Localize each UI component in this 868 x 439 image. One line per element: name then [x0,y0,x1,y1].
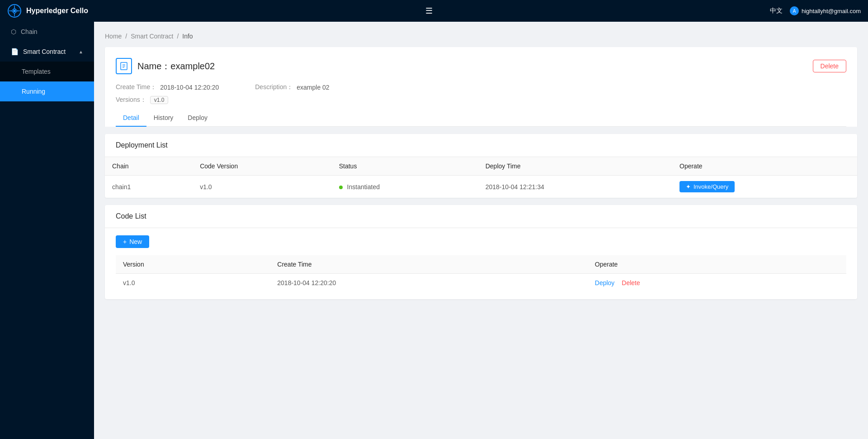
deployment-table-body: chain1 v1.0 Instantiated 2018-10-04 12:2… [105,176,857,198]
contract-title-row: Name：example02 Delete [116,58,846,74]
sidebar-item-chain[interactable]: ⬡ Chain [0,22,94,42]
smart-contract-group-left: 📄 Smart Contract [11,48,66,55]
sidebar-item-templates[interactable]: Templates [0,62,94,81]
sidebar-item-running[interactable]: Running [0,81,94,101]
meta-description: Description： example 02 [255,83,329,91]
status-label: Instantiated [347,183,380,191]
create-time-value: 2018-10-04 12:20:20 [160,84,219,91]
code-table-body: v1.0 2018-10-04 12:20:20 Deploy Delete [116,274,846,292]
deployment-table: Chain Code Version Status Deploy Time Op… [105,157,857,198]
status-dot [339,186,343,189]
chevron-up-icon: ▲ [79,49,83,54]
code-list-body: + New Version Create Time Operate [105,228,857,299]
code-list-card: Code List + New Version Create Time Oper… [105,205,857,299]
col-code-version: Code Version [193,157,332,176]
code-delete-link[interactable]: Delete [622,279,640,286]
invoke-query-label: Invoke/Query [693,183,728,190]
svg-point-1 [13,10,16,12]
description-label: Description： [255,83,293,91]
code-table-head: Version Create Time Operate [116,255,846,274]
col-create-time: Create Time [270,255,588,274]
top-header: Hyperledger Cello ☰ 中文 A hightallyht@gma… [0,0,868,22]
col-code-operate: Operate [588,255,846,274]
deployment-table-wrapper: Chain Code Version Status Deploy Time Op… [105,157,857,198]
deploy-link[interactable]: Deploy [595,279,615,286]
header-right: 中文 A hightallyht@gmail.com [770,6,861,15]
code-table-header-row: Version Create Time Operate [116,255,846,274]
row-chain: chain1 [105,176,193,198]
app-logo [7,4,22,18]
sidebar-templates-label: Templates [22,68,51,75]
breadcrumb-home[interactable]: Home [105,33,122,40]
version-tag[interactable]: v1.0 [150,96,169,104]
sidebar-running-label: Running [22,88,45,95]
deployment-list-title: Deployment List [105,134,857,157]
smart-contract-submenu: Templates Running [0,62,94,101]
new-btn-label: New [129,238,142,245]
breadcrumb-sep-2: / [177,33,179,40]
contract-name-prefix: Name： [137,61,170,71]
sidebar-chain-label: Chain [21,28,38,35]
meta-create-time: Create Time： 2018-10-04 12:20:20 [116,83,219,91]
user-info: A hightallyht@gmail.com [790,6,861,15]
col-deploy-time: Deploy Time [478,157,672,176]
tab-detail[interactable]: Detail [116,110,146,127]
breadcrumb-smart-contract[interactable]: Smart Contract [131,33,173,40]
sidebar-smart-contract-label: Smart Contract [23,48,66,55]
user-avatar-icon: A [790,6,799,15]
code-create-time: 2018-10-04 12:20:20 [270,274,588,292]
deployment-table-head: Chain Code Version Status Deploy Time Op… [105,157,857,176]
logo-area: Hyperledger Cello [7,4,88,18]
hamburger-icon[interactable]: ☰ [425,6,433,16]
sidebar: ⬡ Chain 📄 Smart Contract ▲ Templates Run… [0,22,94,439]
breadcrumb-current: Info [182,33,193,40]
breadcrumb-sep-1: / [125,33,127,40]
breadcrumb: Home / Smart Contract / Info [105,33,857,40]
deployment-list-card: Deployment List Chain Code Version Statu… [105,134,857,198]
code-table: Version Create Time Operate v1.0 2018-10… [116,255,846,292]
chain-icon: ⬡ [11,28,16,35]
versions-label: Versions： [116,96,146,104]
contract-title-left: Name：example02 [116,58,215,74]
user-email: hightallyht@gmail.com [802,8,861,14]
tabs-bar: Detail History Deploy [116,110,846,127]
main-content: Home / Smart Contract / Info [94,22,868,439]
col-operate: Operate [672,157,857,176]
deployment-table-header-row: Chain Code Version Status Deploy Time Op… [105,157,857,176]
create-time-label: Create Time： [116,83,156,91]
contract-name: Name：example02 [137,60,215,72]
meta-versions: Versions： v1.0 [116,96,219,104]
row-code-version: v1.0 [193,176,332,198]
row-operate: ✦ Invoke/Query [672,176,857,198]
col-chain: Chain [105,157,193,176]
meta-left: Create Time： 2018-10-04 12:20:20 Version… [116,83,219,104]
invoke-icon: ✦ [686,183,691,190]
row-status: Instantiated [332,176,478,198]
lang-switch[interactable]: 中文 [770,7,783,15]
app-title: Hyperledger Cello [26,7,88,15]
row-deploy-time: 2018-10-04 12:21:34 [478,176,672,198]
contract-meta: Create Time： 2018-10-04 12:20:20 Version… [116,83,846,104]
table-row: v1.0 2018-10-04 12:20:20 Deploy Delete [116,274,846,292]
contract-info-header: Name：example02 Delete Create Time： 2018-… [105,47,857,127]
tab-deploy[interactable]: Deploy [180,110,215,127]
code-operate: Deploy Delete [588,274,846,292]
smart-contract-icon: 📄 [11,48,19,55]
invoke-query-button[interactable]: ✦ Invoke/Query [679,181,735,192]
contract-name-value: example02 [170,61,215,71]
col-status: Status [332,157,478,176]
meta-right: Description： example 02 [255,83,329,104]
tab-history[interactable]: History [146,110,181,127]
contract-icon [116,58,132,74]
new-code-button[interactable]: + New [116,235,149,248]
sidebar-smart-contract-group[interactable]: 📄 Smart Contract ▲ [0,42,94,62]
main-layout: ⬡ Chain 📄 Smart Contract ▲ Templates Run… [0,22,868,439]
table-row: chain1 v1.0 Instantiated 2018-10-04 12:2… [105,176,857,198]
plus-icon: + [123,238,127,245]
code-version: v1.0 [116,274,270,292]
delete-contract-button[interactable]: Delete [813,60,846,72]
tab-content-area: Deployment List Chain Code Version Statu… [105,127,857,314]
description-value: example 02 [297,84,329,91]
col-version: Version [116,255,270,274]
code-list-title: Code List [105,205,857,228]
